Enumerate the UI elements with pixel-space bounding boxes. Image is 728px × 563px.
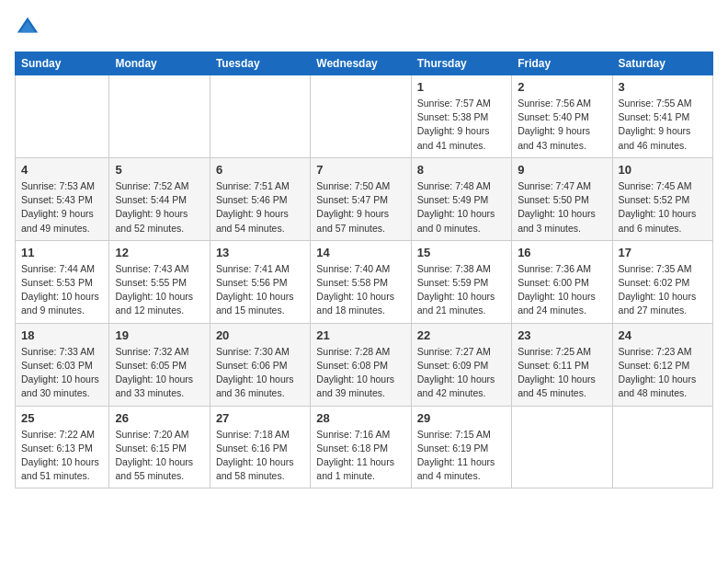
- logo-icon: [15, 15, 40, 40]
- calendar-cell: 21Sunrise: 7:28 AM Sunset: 6:08 PM Dayli…: [311, 323, 411, 406]
- day-info: Sunrise: 7:45 AM Sunset: 5:52 PM Dayligh…: [619, 179, 707, 236]
- calendar-cell: [16, 75, 109, 158]
- day-info: Sunrise: 7:51 AM Sunset: 5:46 PM Dayligh…: [216, 179, 304, 236]
- day-info: Sunrise: 7:18 AM Sunset: 6:16 PM Dayligh…: [216, 428, 304, 484]
- calendar-cell: 8Sunrise: 7:48 AM Sunset: 5:49 PM Daylig…: [411, 157, 511, 240]
- column-header-tuesday: Tuesday: [210, 52, 310, 75]
- calendar-cell: [512, 406, 612, 488]
- calendar-cell: 15Sunrise: 7:38 AM Sunset: 5:59 PM Dayli…: [411, 240, 511, 323]
- day-number: 1: [417, 80, 506, 94]
- calendar-cell: 27Sunrise: 7:18 AM Sunset: 6:16 PM Dayli…: [210, 406, 310, 488]
- day-info: Sunrise: 7:40 AM Sunset: 5:58 PM Dayligh…: [316, 262, 404, 318]
- calendar-cell: 22Sunrise: 7:27 AM Sunset: 6:09 PM Dayli…: [411, 323, 511, 406]
- calendar-cell: 24Sunrise: 7:23 AM Sunset: 6:12 PM Dayli…: [612, 323, 712, 406]
- column-header-thursday: Thursday: [411, 52, 511, 75]
- day-info: Sunrise: 7:32 AM Sunset: 6:05 PM Dayligh…: [115, 345, 203, 401]
- day-number: 12: [115, 246, 203, 259]
- calendar-week-row: 1Sunrise: 7:57 AM Sunset: 5:38 PM Daylig…: [16, 75, 713, 158]
- day-number: 10: [619, 163, 707, 177]
- calendar-cell: 9Sunrise: 7:47 AM Sunset: 5:50 PM Daylig…: [512, 157, 612, 240]
- calendar-cell: 16Sunrise: 7:36 AM Sunset: 6:00 PM Dayli…: [512, 240, 612, 323]
- day-number: 6: [216, 163, 304, 177]
- day-number: 5: [115, 163, 203, 177]
- page-header: [15, 15, 713, 40]
- calendar-cell: 26Sunrise: 7:20 AM Sunset: 6:15 PM Dayli…: [109, 406, 210, 488]
- calendar-cell: 18Sunrise: 7:33 AM Sunset: 6:03 PM Dayli…: [16, 323, 109, 406]
- day-info: Sunrise: 7:23 AM Sunset: 6:12 PM Dayligh…: [619, 345, 707, 401]
- day-number: 15: [417, 246, 506, 259]
- day-number: 14: [316, 246, 404, 259]
- day-info: Sunrise: 7:27 AM Sunset: 6:09 PM Dayligh…: [417, 345, 506, 401]
- day-info: Sunrise: 7:48 AM Sunset: 5:49 PM Dayligh…: [417, 179, 506, 236]
- calendar-week-row: 25Sunrise: 7:22 AM Sunset: 6:13 PM Dayli…: [16, 406, 713, 488]
- calendar-cell: 4Sunrise: 7:53 AM Sunset: 5:43 PM Daylig…: [16, 157, 109, 240]
- day-info: Sunrise: 7:35 AM Sunset: 6:02 PM Dayligh…: [619, 262, 707, 318]
- calendar-cell: 6Sunrise: 7:51 AM Sunset: 5:46 PM Daylig…: [210, 157, 310, 240]
- day-number: 17: [619, 246, 707, 259]
- column-header-wednesday: Wednesday: [311, 52, 411, 75]
- calendar-cell: 1Sunrise: 7:57 AM Sunset: 5:38 PM Daylig…: [411, 75, 511, 158]
- calendar-cell: 10Sunrise: 7:45 AM Sunset: 5:52 PM Dayli…: [612, 157, 712, 240]
- day-info: Sunrise: 7:43 AM Sunset: 5:55 PM Dayligh…: [115, 262, 203, 318]
- day-info: Sunrise: 7:36 AM Sunset: 6:00 PM Dayligh…: [518, 262, 606, 318]
- day-info: Sunrise: 7:33 AM Sunset: 6:03 PM Dayligh…: [21, 345, 103, 401]
- day-number: 28: [316, 411, 404, 425]
- day-number: 18: [21, 328, 103, 342]
- day-info: Sunrise: 7:20 AM Sunset: 6:15 PM Dayligh…: [115, 428, 203, 484]
- calendar-cell: 14Sunrise: 7:40 AM Sunset: 5:58 PM Dayli…: [311, 240, 411, 323]
- day-number: 21: [316, 328, 404, 342]
- day-number: 27: [216, 411, 304, 425]
- column-header-saturday: Saturday: [612, 52, 712, 75]
- calendar-cell: 3Sunrise: 7:55 AM Sunset: 5:41 PM Daylig…: [612, 75, 712, 158]
- day-number: 9: [518, 163, 606, 177]
- day-number: 23: [518, 328, 606, 342]
- day-info: Sunrise: 7:25 AM Sunset: 6:11 PM Dayligh…: [518, 345, 606, 401]
- calendar-cell: 11Sunrise: 7:44 AM Sunset: 5:53 PM Dayli…: [16, 240, 109, 323]
- calendar-cell: 23Sunrise: 7:25 AM Sunset: 6:11 PM Dayli…: [512, 323, 612, 406]
- day-info: Sunrise: 7:50 AM Sunset: 5:47 PM Dayligh…: [316, 179, 404, 236]
- calendar-cell: 5Sunrise: 7:52 AM Sunset: 5:44 PM Daylig…: [109, 157, 210, 240]
- day-info: Sunrise: 7:57 AM Sunset: 5:38 PM Dayligh…: [417, 97, 506, 153]
- day-number: 13: [216, 246, 304, 259]
- day-info: Sunrise: 7:56 AM Sunset: 5:40 PM Dayligh…: [518, 97, 606, 153]
- calendar-cell: 13Sunrise: 7:41 AM Sunset: 5:56 PM Dayli…: [210, 240, 310, 323]
- calendar-cell: [210, 75, 310, 158]
- calendar-week-row: 18Sunrise: 7:33 AM Sunset: 6:03 PM Dayli…: [16, 323, 713, 406]
- calendar-cell: [109, 75, 210, 158]
- calendar-cell: 12Sunrise: 7:43 AM Sunset: 5:55 PM Dayli…: [109, 240, 210, 323]
- day-info: Sunrise: 7:47 AM Sunset: 5:50 PM Dayligh…: [518, 179, 606, 236]
- calendar-cell: [311, 75, 411, 158]
- calendar-week-row: 11Sunrise: 7:44 AM Sunset: 5:53 PM Dayli…: [16, 240, 713, 323]
- calendar-cell: 20Sunrise: 7:30 AM Sunset: 6:06 PM Dayli…: [210, 323, 310, 406]
- day-number: 29: [417, 411, 506, 425]
- day-number: 11: [21, 246, 103, 259]
- calendar-cell: 19Sunrise: 7:32 AM Sunset: 6:05 PM Dayli…: [109, 323, 210, 406]
- calendar-cell: 2Sunrise: 7:56 AM Sunset: 5:40 PM Daylig…: [512, 75, 612, 158]
- day-number: 7: [316, 163, 404, 177]
- day-number: 3: [619, 80, 707, 94]
- day-info: Sunrise: 7:30 AM Sunset: 6:06 PM Dayligh…: [216, 345, 304, 401]
- day-number: 2: [518, 80, 606, 94]
- column-header-friday: Friday: [512, 52, 612, 75]
- day-info: Sunrise: 7:15 AM Sunset: 6:19 PM Dayligh…: [417, 428, 506, 484]
- day-info: Sunrise: 7:38 AM Sunset: 5:59 PM Dayligh…: [417, 262, 506, 318]
- day-number: 24: [619, 328, 707, 342]
- day-info: Sunrise: 7:53 AM Sunset: 5:43 PM Dayligh…: [21, 179, 103, 236]
- day-number: 19: [115, 328, 203, 342]
- calendar-header-row: SundayMondayTuesdayWednesdayThursdayFrid…: [16, 52, 713, 75]
- calendar-cell: 28Sunrise: 7:16 AM Sunset: 6:18 PM Dayli…: [311, 406, 411, 488]
- calendar-table: SundayMondayTuesdayWednesdayThursdayFrid…: [15, 52, 713, 488]
- calendar-cell: [612, 406, 712, 488]
- day-info: Sunrise: 7:41 AM Sunset: 5:56 PM Dayligh…: [216, 262, 304, 318]
- day-number: 4: [21, 163, 103, 177]
- calendar-week-row: 4Sunrise: 7:53 AM Sunset: 5:43 PM Daylig…: [16, 157, 713, 240]
- day-info: Sunrise: 7:55 AM Sunset: 5:41 PM Dayligh…: [619, 97, 707, 153]
- calendar-cell: 25Sunrise: 7:22 AM Sunset: 6:13 PM Dayli…: [16, 406, 109, 488]
- day-number: 8: [417, 163, 506, 177]
- logo: [15, 15, 44, 40]
- day-number: 16: [518, 246, 606, 259]
- day-info: Sunrise: 7:16 AM Sunset: 6:18 PM Dayligh…: [316, 428, 404, 484]
- calendar-cell: 29Sunrise: 7:15 AM Sunset: 6:19 PM Dayli…: [411, 406, 511, 488]
- day-number: 25: [21, 411, 103, 425]
- day-info: Sunrise: 7:28 AM Sunset: 6:08 PM Dayligh…: [316, 345, 404, 401]
